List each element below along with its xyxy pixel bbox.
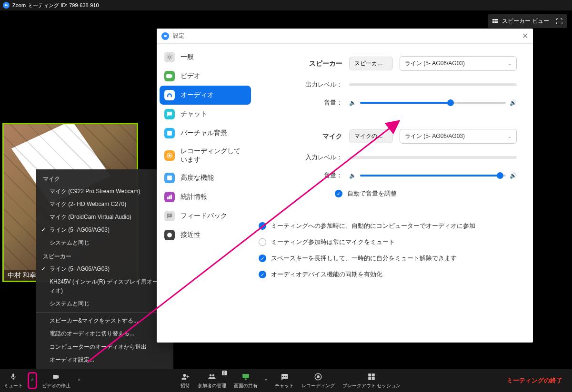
nav-label: レコーディングしています bbox=[181, 147, 246, 164]
meeting-id: 799-638-910 bbox=[69, 2, 99, 8]
nav-label: 接近性 bbox=[181, 231, 201, 239]
participants-button[interactable]: 2 参加者の管理 bbox=[194, 369, 230, 392]
nav-icon bbox=[164, 230, 175, 240]
audio-menu-action[interactable]: コンピューターのオーディオから退出 bbox=[36, 341, 173, 353]
settings-nav-item[interactable]: オーディオ bbox=[160, 86, 251, 105]
speaker-view-button[interactable]: スピーカー ビュー ⛶ bbox=[488, 14, 567, 28]
settings-nav-item[interactable]: 高度な機能 bbox=[160, 168, 251, 187]
svg-point-13 bbox=[317, 375, 320, 378]
breakout-button[interactable]: ブレークアウト セッション bbox=[339, 369, 405, 392]
test-speaker-button[interactable]: スピーカーのテ... bbox=[349, 57, 393, 70]
fullscreen-icon[interactable]: ⛶ bbox=[556, 18, 562, 25]
invite-icon bbox=[181, 372, 190, 382]
auto-adjust-label: 自動で音量を調整 bbox=[347, 189, 397, 198]
svg-rect-15 bbox=[372, 373, 375, 376]
stop-video-button[interactable]: ビデオの停止 bbox=[38, 369, 74, 392]
checkbox-checked-icon bbox=[259, 222, 266, 230]
output-level-meter bbox=[349, 83, 517, 86]
audio-option-row[interactable]: オーディオデバイス機能の同期を有効化 bbox=[259, 270, 517, 279]
mic-device-dropdown[interactable]: ライン (5- AG06/AG03) ⌄ bbox=[400, 129, 517, 144]
speaker-option[interactable]: ライン (5- AG06/AG03) bbox=[36, 263, 173, 275]
speaker-device-value: ライン (5- AG06/AG03) bbox=[405, 59, 465, 68]
microphone-icon bbox=[10, 372, 17, 382]
speaker-label: スピーカー bbox=[259, 59, 342, 68]
settings-nav-item[interactable]: 統計情報 bbox=[160, 187, 251, 206]
invite-button[interactable]: 招待 bbox=[177, 369, 194, 392]
end-meeting-button[interactable]: ミーティングの終了 bbox=[497, 376, 572, 385]
nav-icon bbox=[164, 109, 175, 119]
audio-option-row[interactable]: スペースキーを長押しして、一時的に自分をミュート解除できます bbox=[259, 254, 517, 263]
volume-high-icon: 🔊 bbox=[510, 172, 517, 179]
meeting-label: ミーティング ID: bbox=[28, 2, 67, 9]
chat-icon bbox=[280, 372, 289, 382]
settings-titlebar: 設定 ✕ bbox=[157, 29, 533, 44]
svg-point-4 bbox=[169, 155, 171, 157]
checkbox-checked-icon bbox=[259, 271, 266, 278]
input-level-meter bbox=[349, 156, 517, 159]
speaker-volume-slider[interactable] bbox=[360, 102, 506, 104]
volume-low-icon: 🔈 bbox=[349, 99, 356, 106]
checkbox-checked-icon bbox=[335, 190, 342, 197]
speaker-device-dropdown[interactable]: ライン (5- AG06/AG03) ⌄ bbox=[400, 56, 517, 71]
checkbox-checked-icon bbox=[259, 255, 266, 262]
meeting-toolbar: ミュート ^ ビデオの停止 ^ 招待 2 参加者の管理 画面の共有 ^ チャット… bbox=[0, 369, 572, 392]
settings-nav-item[interactable]: ビデオ bbox=[160, 67, 251, 86]
audio-menu-action[interactable]: 電話のオーディオに切り替える... bbox=[36, 327, 173, 340]
nav-label: ビデオ bbox=[181, 72, 201, 80]
settings-nav-item[interactable]: レコーディングしています bbox=[160, 143, 251, 168]
participants-badge: 2 bbox=[222, 371, 227, 375]
mic-option[interactable]: マイク (DroidCam Virtual Audio) bbox=[36, 211, 173, 224]
chat-button[interactable]: チャット bbox=[271, 369, 298, 392]
mic-option[interactable]: マイク (2- HD Webcam C270) bbox=[36, 198, 173, 211]
settings-nav-item[interactable]: 一般 bbox=[160, 48, 251, 67]
mic-option[interactable]: マイク (C922 Pro Stream Webcam) bbox=[36, 185, 173, 198]
nav-icon bbox=[164, 192, 175, 202]
app-name: Zoom bbox=[12, 2, 26, 8]
audio-options-caret[interactable]: ^ bbox=[28, 372, 37, 389]
svg-rect-8 bbox=[171, 195, 171, 199]
svg-rect-6 bbox=[167, 197, 168, 199]
titlebar: Zoom ミーティング ID: 799-638-910 bbox=[0, 0, 572, 10]
chat-label: チャット bbox=[275, 382, 294, 389]
nav-label: チャット bbox=[181, 110, 207, 118]
nav-icon bbox=[164, 150, 175, 161]
close-icon[interactable]: ✕ bbox=[522, 31, 528, 40]
participant-name: 中村 和幸 bbox=[4, 270, 40, 281]
nav-label: 統計情報 bbox=[181, 193, 207, 201]
settings-nav-item[interactable]: フィードバック bbox=[160, 206, 251, 225]
mic-section-header: マイク bbox=[36, 172, 173, 185]
auto-adjust-row[interactable]: 自動で音量を調整 bbox=[335, 189, 517, 198]
share-options-caret[interactable]: ^ bbox=[261, 369, 271, 392]
settings-nav-item[interactable]: バーチャル背景 bbox=[160, 124, 251, 143]
settings-nav-item[interactable]: チャット bbox=[160, 105, 251, 124]
audio-menu-action[interactable]: オーディオ設定... bbox=[36, 353, 173, 366]
speaker-option[interactable]: システムと同じ bbox=[36, 297, 173, 310]
share-label: 画面の共有 bbox=[234, 382, 258, 389]
mic-option[interactable]: ライン (5- AG06/AG03) bbox=[36, 224, 173, 236]
zoom-logo-icon bbox=[161, 32, 169, 40]
participants-icon bbox=[207, 372, 217, 382]
audio-option-row[interactable]: ミーティングへの参加時に、自動的にコンピューターでオーディオに参加 bbox=[259, 222, 517, 230]
nav-icon bbox=[164, 52, 175, 62]
mic-device-value: ライン (5- AG06/AG03) bbox=[405, 132, 465, 140]
record-icon bbox=[314, 372, 322, 382]
settings-nav-item[interactable]: 接近性 bbox=[160, 225, 251, 245]
test-mic-button[interactable]: マイクのテスト bbox=[349, 129, 393, 143]
mic-option[interactable]: システムと同じ bbox=[36, 236, 173, 249]
share-screen-button[interactable]: 画面の共有 bbox=[230, 369, 261, 392]
settings-title: 設定 bbox=[173, 32, 184, 40]
record-button[interactable]: レコーディング bbox=[298, 369, 339, 392]
zoom-logo-icon bbox=[3, 2, 10, 9]
nav-label: オーディオ bbox=[181, 91, 214, 99]
speaker-option[interactable]: KH245V (インテル(R) ディスプレイ用オーディオ) bbox=[36, 275, 173, 297]
nav-label: 高度な機能 bbox=[181, 174, 214, 182]
audio-menu-action[interactable]: スピーカー&マイクをテストする... bbox=[36, 314, 173, 327]
audio-option-row[interactable]: ミーティング参加時は常にマイクをミュート bbox=[259, 238, 517, 246]
mute-button[interactable]: ミュート bbox=[0, 369, 27, 392]
svg-point-2 bbox=[169, 132, 171, 134]
speaker-volume-label: 音量： bbox=[259, 98, 342, 107]
mic-volume-slider[interactable] bbox=[360, 175, 506, 176]
option-label: オーディオデバイス機能の同期を有効化 bbox=[271, 270, 382, 279]
video-options-caret[interactable]: ^ bbox=[74, 369, 84, 392]
breakout-label: ブレークアウト セッション bbox=[342, 382, 401, 389]
